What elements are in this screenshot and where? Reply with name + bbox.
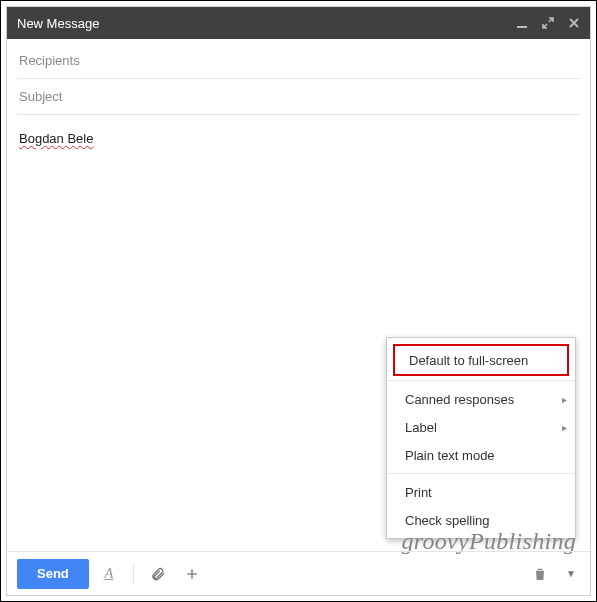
close-icon[interactable] <box>568 17 580 29</box>
menu-item-label: Default to full-screen <box>409 353 528 368</box>
menu-item-label: Check spelling <box>405 513 490 528</box>
attach-icon[interactable] <box>144 559 172 589</box>
formatting-icon[interactable]: A <box>95 559 123 589</box>
menu-default-fullscreen[interactable]: Default to full-screen <box>395 346 567 374</box>
subject-input[interactable] <box>17 79 580 114</box>
menu-item-label: Print <box>405 485 432 500</box>
more-options-button[interactable]: ▼ <box>560 559 580 589</box>
highlighted-option: Default to full-screen <box>393 344 569 376</box>
more-options-menu: Default to full-screen Canned responses … <box>386 337 576 539</box>
window-title: New Message <box>17 16 516 31</box>
chevron-right-icon: ▸ <box>562 422 567 433</box>
compose-toolbar: Send A ▼ <box>7 551 590 595</box>
fullscreen-icon[interactable] <box>542 17 554 29</box>
toolbar-divider <box>133 564 134 584</box>
send-button[interactable]: Send <box>17 559 89 589</box>
minimize-icon[interactable] <box>516 17 528 29</box>
titlebar: New Message <box>7 7 590 39</box>
compose-inner: New Message <box>6 6 591 596</box>
trash-icon[interactable] <box>526 559 554 589</box>
menu-item-label: Canned responses <box>405 392 514 407</box>
menu-separator <box>387 380 575 381</box>
menu-item-label: Plain text mode <box>405 448 495 463</box>
body-text: Bogdan Bele <box>19 131 93 146</box>
menu-check-spelling[interactable]: Check spelling <box>387 506 575 534</box>
compose-window: New Message <box>0 0 597 602</box>
recipients-input[interactable] <box>17 43 580 78</box>
window-controls <box>516 17 580 29</box>
menu-print[interactable]: Print <box>387 478 575 506</box>
insert-more-icon[interactable] <box>178 559 206 589</box>
menu-item-label: Label <box>405 420 437 435</box>
menu-plain-text[interactable]: Plain text mode <box>387 441 575 469</box>
menu-label[interactable]: Label ▸ <box>387 413 575 441</box>
menu-canned-responses[interactable]: Canned responses ▸ <box>387 385 575 413</box>
menu-separator <box>387 473 575 474</box>
subject-row <box>17 79 580 115</box>
recipients-row <box>17 43 580 79</box>
chevron-right-icon: ▸ <box>562 394 567 405</box>
chevron-down-icon: ▼ <box>564 568 576 579</box>
